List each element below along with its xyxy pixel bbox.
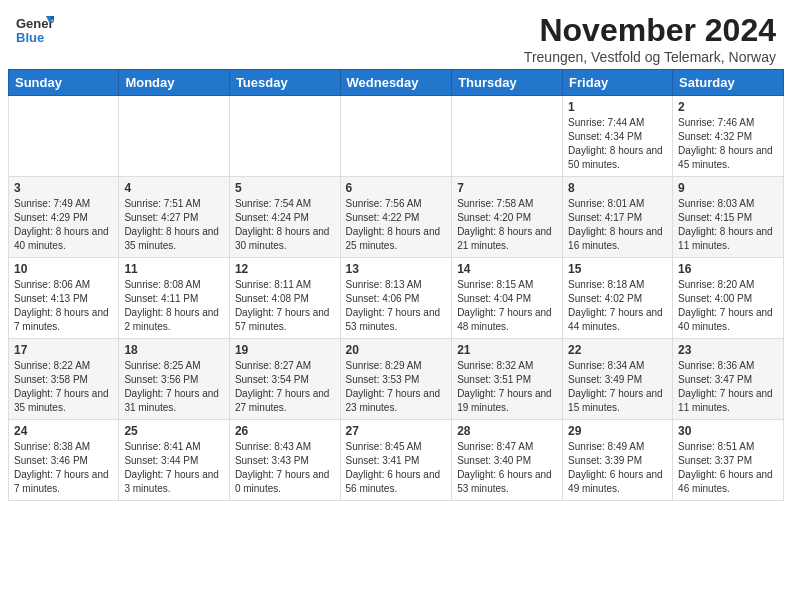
calendar-day-cell: 11Sunrise: 8:08 AMSunset: 4:11 PMDayligh… xyxy=(119,258,230,339)
calendar-day-cell: 5Sunrise: 7:54 AMSunset: 4:24 PMDaylight… xyxy=(229,177,340,258)
header-monday: Monday xyxy=(119,70,230,96)
day-number: 14 xyxy=(457,262,557,276)
day-info: Sunrise: 8:01 AMSunset: 4:17 PMDaylight:… xyxy=(568,197,667,253)
calendar-day-cell: 23Sunrise: 8:36 AMSunset: 3:47 PMDayligh… xyxy=(673,339,784,420)
day-info: Sunrise: 8:34 AMSunset: 3:49 PMDaylight:… xyxy=(568,359,667,415)
calendar-day-cell: 22Sunrise: 8:34 AMSunset: 3:49 PMDayligh… xyxy=(563,339,673,420)
day-number: 11 xyxy=(124,262,224,276)
day-number: 29 xyxy=(568,424,667,438)
title-block: November 2024 Treungen, Vestfold og Tele… xyxy=(524,12,776,65)
day-info: Sunrise: 8:51 AMSunset: 3:37 PMDaylight:… xyxy=(678,440,778,496)
day-number: 3 xyxy=(14,181,113,195)
calendar-day-cell: 10Sunrise: 8:06 AMSunset: 4:13 PMDayligh… xyxy=(9,258,119,339)
month-title: November 2024 xyxy=(524,12,776,49)
day-info: Sunrise: 8:36 AMSunset: 3:47 PMDaylight:… xyxy=(678,359,778,415)
calendar-day-cell: 30Sunrise: 8:51 AMSunset: 3:37 PMDayligh… xyxy=(673,420,784,501)
day-number: 17 xyxy=(14,343,113,357)
calendar-header-row: Sunday Monday Tuesday Wednesday Thursday… xyxy=(9,70,784,96)
calendar-day-cell: 15Sunrise: 8:18 AMSunset: 4:02 PMDayligh… xyxy=(563,258,673,339)
day-info: Sunrise: 8:38 AMSunset: 3:46 PMDaylight:… xyxy=(14,440,113,496)
day-number: 10 xyxy=(14,262,113,276)
calendar-day-cell: 4Sunrise: 7:51 AMSunset: 4:27 PMDaylight… xyxy=(119,177,230,258)
day-info: Sunrise: 8:20 AMSunset: 4:00 PMDaylight:… xyxy=(678,278,778,334)
day-info: Sunrise: 8:45 AMSunset: 3:41 PMDaylight:… xyxy=(346,440,447,496)
day-info: Sunrise: 7:49 AMSunset: 4:29 PMDaylight:… xyxy=(14,197,113,253)
calendar-day-cell: 19Sunrise: 8:27 AMSunset: 3:54 PMDayligh… xyxy=(229,339,340,420)
logo: General Blue xyxy=(16,12,54,54)
header-saturday: Saturday xyxy=(673,70,784,96)
calendar-day-cell: 25Sunrise: 8:41 AMSunset: 3:44 PMDayligh… xyxy=(119,420,230,501)
day-info: Sunrise: 8:32 AMSunset: 3:51 PMDaylight:… xyxy=(457,359,557,415)
day-number: 2 xyxy=(678,100,778,114)
day-info: Sunrise: 8:29 AMSunset: 3:53 PMDaylight:… xyxy=(346,359,447,415)
day-info: Sunrise: 7:46 AMSunset: 4:32 PMDaylight:… xyxy=(678,116,778,172)
day-number: 22 xyxy=(568,343,667,357)
calendar-day-cell: 13Sunrise: 8:13 AMSunset: 4:06 PMDayligh… xyxy=(340,258,452,339)
day-number: 20 xyxy=(346,343,447,357)
day-number: 27 xyxy=(346,424,447,438)
calendar-day-cell xyxy=(452,96,563,177)
day-number: 1 xyxy=(568,100,667,114)
day-info: Sunrise: 8:43 AMSunset: 3:43 PMDaylight:… xyxy=(235,440,335,496)
calendar-week-row: 3Sunrise: 7:49 AMSunset: 4:29 PMDaylight… xyxy=(9,177,784,258)
header-sunday: Sunday xyxy=(9,70,119,96)
day-info: Sunrise: 7:54 AMSunset: 4:24 PMDaylight:… xyxy=(235,197,335,253)
header-friday: Friday xyxy=(563,70,673,96)
calendar-wrapper: Sunday Monday Tuesday Wednesday Thursday… xyxy=(0,69,792,501)
calendar-day-cell: 21Sunrise: 8:32 AMSunset: 3:51 PMDayligh… xyxy=(452,339,563,420)
svg-text:Blue: Blue xyxy=(16,30,44,45)
calendar-day-cell: 26Sunrise: 8:43 AMSunset: 3:43 PMDayligh… xyxy=(229,420,340,501)
header-thursday: Thursday xyxy=(452,70,563,96)
day-info: Sunrise: 7:44 AMSunset: 4:34 PMDaylight:… xyxy=(568,116,667,172)
calendar-week-row: 24Sunrise: 8:38 AMSunset: 3:46 PMDayligh… xyxy=(9,420,784,501)
day-info: Sunrise: 7:51 AMSunset: 4:27 PMDaylight:… xyxy=(124,197,224,253)
day-number: 26 xyxy=(235,424,335,438)
day-number: 25 xyxy=(124,424,224,438)
day-info: Sunrise: 8:18 AMSunset: 4:02 PMDaylight:… xyxy=(568,278,667,334)
day-number: 28 xyxy=(457,424,557,438)
day-number: 8 xyxy=(568,181,667,195)
day-info: Sunrise: 8:47 AMSunset: 3:40 PMDaylight:… xyxy=(457,440,557,496)
calendar-day-cell: 7Sunrise: 7:58 AMSunset: 4:20 PMDaylight… xyxy=(452,177,563,258)
day-info: Sunrise: 8:08 AMSunset: 4:11 PMDaylight:… xyxy=(124,278,224,334)
calendar-day-cell: 12Sunrise: 8:11 AMSunset: 4:08 PMDayligh… xyxy=(229,258,340,339)
calendar-day-cell xyxy=(119,96,230,177)
calendar-week-row: 1Sunrise: 7:44 AMSunset: 4:34 PMDaylight… xyxy=(9,96,784,177)
day-info: Sunrise: 8:06 AMSunset: 4:13 PMDaylight:… xyxy=(14,278,113,334)
calendar-day-cell: 27Sunrise: 8:45 AMSunset: 3:41 PMDayligh… xyxy=(340,420,452,501)
day-number: 24 xyxy=(14,424,113,438)
calendar-day-cell: 14Sunrise: 8:15 AMSunset: 4:04 PMDayligh… xyxy=(452,258,563,339)
day-number: 16 xyxy=(678,262,778,276)
calendar-week-row: 10Sunrise: 8:06 AMSunset: 4:13 PMDayligh… xyxy=(9,258,784,339)
day-info: Sunrise: 8:49 AMSunset: 3:39 PMDaylight:… xyxy=(568,440,667,496)
calendar-day-cell: 1Sunrise: 7:44 AMSunset: 4:34 PMDaylight… xyxy=(563,96,673,177)
day-info: Sunrise: 8:03 AMSunset: 4:15 PMDaylight:… xyxy=(678,197,778,253)
page-header: General Blue November 2024 Treungen, Ves… xyxy=(0,0,792,69)
calendar-week-row: 17Sunrise: 8:22 AMSunset: 3:58 PMDayligh… xyxy=(9,339,784,420)
calendar-day-cell: 18Sunrise: 8:25 AMSunset: 3:56 PMDayligh… xyxy=(119,339,230,420)
header-wednesday: Wednesday xyxy=(340,70,452,96)
calendar-day-cell: 20Sunrise: 8:29 AMSunset: 3:53 PMDayligh… xyxy=(340,339,452,420)
day-info: Sunrise: 8:22 AMSunset: 3:58 PMDaylight:… xyxy=(14,359,113,415)
day-info: Sunrise: 8:25 AMSunset: 3:56 PMDaylight:… xyxy=(124,359,224,415)
calendar-day-cell xyxy=(229,96,340,177)
day-number: 13 xyxy=(346,262,447,276)
calendar-table: Sunday Monday Tuesday Wednesday Thursday… xyxy=(8,69,784,501)
calendar-day-cell xyxy=(340,96,452,177)
day-number: 6 xyxy=(346,181,447,195)
day-info: Sunrise: 8:15 AMSunset: 4:04 PMDaylight:… xyxy=(457,278,557,334)
calendar-day-cell: 24Sunrise: 8:38 AMSunset: 3:46 PMDayligh… xyxy=(9,420,119,501)
day-info: Sunrise: 8:11 AMSunset: 4:08 PMDaylight:… xyxy=(235,278,335,334)
calendar-day-cell: 28Sunrise: 8:47 AMSunset: 3:40 PMDayligh… xyxy=(452,420,563,501)
day-number: 19 xyxy=(235,343,335,357)
day-number: 5 xyxy=(235,181,335,195)
header-tuesday: Tuesday xyxy=(229,70,340,96)
day-number: 7 xyxy=(457,181,557,195)
day-number: 12 xyxy=(235,262,335,276)
day-number: 21 xyxy=(457,343,557,357)
day-info: Sunrise: 8:13 AMSunset: 4:06 PMDaylight:… xyxy=(346,278,447,334)
day-number: 4 xyxy=(124,181,224,195)
calendar-day-cell: 6Sunrise: 7:56 AMSunset: 4:22 PMDaylight… xyxy=(340,177,452,258)
day-number: 30 xyxy=(678,424,778,438)
logo-icon: General Blue xyxy=(16,12,54,50)
